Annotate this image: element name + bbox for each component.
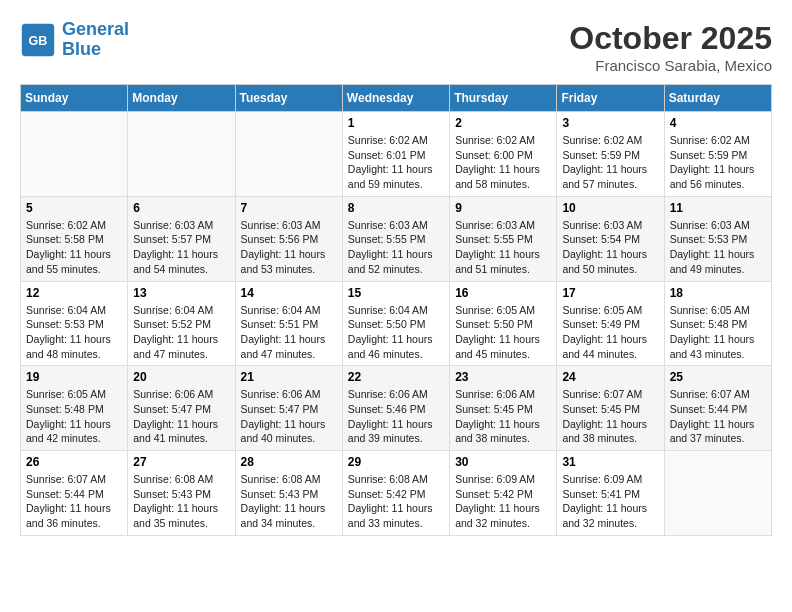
cell-sun-info: Sunrise: 6:03 AMSunset: 5:53 PMDaylight:… xyxy=(670,218,766,277)
day-number: 18 xyxy=(670,286,766,300)
calendar-cell: 14Sunrise: 6:04 AMSunset: 5:51 PMDayligh… xyxy=(235,281,342,366)
weekday-header-tuesday: Tuesday xyxy=(235,85,342,112)
location-subtitle: Francisco Sarabia, Mexico xyxy=(569,57,772,74)
calendar-cell: 24Sunrise: 6:07 AMSunset: 5:45 PMDayligh… xyxy=(557,366,664,451)
logo-line2: Blue xyxy=(62,39,101,59)
day-number: 11 xyxy=(670,201,766,215)
weekday-header-saturday: Saturday xyxy=(664,85,771,112)
calendar-week-3: 12Sunrise: 6:04 AMSunset: 5:53 PMDayligh… xyxy=(21,281,772,366)
cell-sun-info: Sunrise: 6:07 AMSunset: 5:45 PMDaylight:… xyxy=(562,387,658,446)
day-number: 12 xyxy=(26,286,122,300)
cell-sun-info: Sunrise: 6:04 AMSunset: 5:53 PMDaylight:… xyxy=(26,303,122,362)
day-number: 6 xyxy=(133,201,229,215)
calendar-cell: 11Sunrise: 6:03 AMSunset: 5:53 PMDayligh… xyxy=(664,196,771,281)
logo-line1: General xyxy=(62,19,129,39)
calendar-table: SundayMondayTuesdayWednesdayThursdayFrid… xyxy=(20,84,772,536)
logo: GB General Blue xyxy=(20,20,129,60)
cell-sun-info: Sunrise: 6:06 AMSunset: 5:46 PMDaylight:… xyxy=(348,387,444,446)
cell-sun-info: Sunrise: 6:04 AMSunset: 5:50 PMDaylight:… xyxy=(348,303,444,362)
day-number: 25 xyxy=(670,370,766,384)
cell-sun-info: Sunrise: 6:08 AMSunset: 5:43 PMDaylight:… xyxy=(133,472,229,531)
weekday-header-wednesday: Wednesday xyxy=(342,85,449,112)
calendar-body: 1Sunrise: 6:02 AMSunset: 6:01 PMDaylight… xyxy=(21,112,772,536)
calendar-week-2: 5Sunrise: 6:02 AMSunset: 5:58 PMDaylight… xyxy=(21,196,772,281)
calendar-cell xyxy=(128,112,235,197)
day-number: 7 xyxy=(241,201,337,215)
page-header: GB General Blue October 2025 Francisco S… xyxy=(20,20,772,74)
logo-text: General Blue xyxy=(62,20,129,60)
day-number: 14 xyxy=(241,286,337,300)
calendar-cell: 8Sunrise: 6:03 AMSunset: 5:55 PMDaylight… xyxy=(342,196,449,281)
day-number: 23 xyxy=(455,370,551,384)
calendar-cell: 31Sunrise: 6:09 AMSunset: 5:41 PMDayligh… xyxy=(557,451,664,536)
calendar-cell: 22Sunrise: 6:06 AMSunset: 5:46 PMDayligh… xyxy=(342,366,449,451)
calendar-week-5: 26Sunrise: 6:07 AMSunset: 5:44 PMDayligh… xyxy=(21,451,772,536)
calendar-week-4: 19Sunrise: 6:05 AMSunset: 5:48 PMDayligh… xyxy=(21,366,772,451)
calendar-cell xyxy=(21,112,128,197)
calendar-cell xyxy=(235,112,342,197)
calendar-cell: 7Sunrise: 6:03 AMSunset: 5:56 PMDaylight… xyxy=(235,196,342,281)
calendar-cell: 6Sunrise: 6:03 AMSunset: 5:57 PMDaylight… xyxy=(128,196,235,281)
cell-sun-info: Sunrise: 6:02 AMSunset: 5:58 PMDaylight:… xyxy=(26,218,122,277)
cell-sun-info: Sunrise: 6:09 AMSunset: 5:41 PMDaylight:… xyxy=(562,472,658,531)
cell-sun-info: Sunrise: 6:03 AMSunset: 5:54 PMDaylight:… xyxy=(562,218,658,277)
day-number: 21 xyxy=(241,370,337,384)
calendar-cell: 27Sunrise: 6:08 AMSunset: 5:43 PMDayligh… xyxy=(128,451,235,536)
calendar-cell: 20Sunrise: 6:06 AMSunset: 5:47 PMDayligh… xyxy=(128,366,235,451)
day-number: 29 xyxy=(348,455,444,469)
calendar-cell: 13Sunrise: 6:04 AMSunset: 5:52 PMDayligh… xyxy=(128,281,235,366)
weekday-header-monday: Monday xyxy=(128,85,235,112)
day-number: 1 xyxy=(348,116,444,130)
calendar-cell: 4Sunrise: 6:02 AMSunset: 5:59 PMDaylight… xyxy=(664,112,771,197)
title-block: October 2025 Francisco Sarabia, Mexico xyxy=(569,20,772,74)
calendar-cell: 3Sunrise: 6:02 AMSunset: 5:59 PMDaylight… xyxy=(557,112,664,197)
calendar-cell: 17Sunrise: 6:05 AMSunset: 5:49 PMDayligh… xyxy=(557,281,664,366)
day-number: 30 xyxy=(455,455,551,469)
day-number: 17 xyxy=(562,286,658,300)
calendar-cell: 19Sunrise: 6:05 AMSunset: 5:48 PMDayligh… xyxy=(21,366,128,451)
cell-sun-info: Sunrise: 6:08 AMSunset: 5:42 PMDaylight:… xyxy=(348,472,444,531)
cell-sun-info: Sunrise: 6:09 AMSunset: 5:42 PMDaylight:… xyxy=(455,472,551,531)
calendar-cell: 29Sunrise: 6:08 AMSunset: 5:42 PMDayligh… xyxy=(342,451,449,536)
cell-sun-info: Sunrise: 6:05 AMSunset: 5:48 PMDaylight:… xyxy=(670,303,766,362)
cell-sun-info: Sunrise: 6:06 AMSunset: 5:47 PMDaylight:… xyxy=(133,387,229,446)
day-number: 3 xyxy=(562,116,658,130)
cell-sun-info: Sunrise: 6:03 AMSunset: 5:57 PMDaylight:… xyxy=(133,218,229,277)
cell-sun-info: Sunrise: 6:05 AMSunset: 5:49 PMDaylight:… xyxy=(562,303,658,362)
cell-sun-info: Sunrise: 6:03 AMSunset: 5:55 PMDaylight:… xyxy=(348,218,444,277)
calendar-cell xyxy=(664,451,771,536)
calendar-cell: 1Sunrise: 6:02 AMSunset: 6:01 PMDaylight… xyxy=(342,112,449,197)
calendar-cell: 15Sunrise: 6:04 AMSunset: 5:50 PMDayligh… xyxy=(342,281,449,366)
calendar-cell: 12Sunrise: 6:04 AMSunset: 5:53 PMDayligh… xyxy=(21,281,128,366)
cell-sun-info: Sunrise: 6:04 AMSunset: 5:51 PMDaylight:… xyxy=(241,303,337,362)
day-number: 9 xyxy=(455,201,551,215)
cell-sun-info: Sunrise: 6:07 AMSunset: 5:44 PMDaylight:… xyxy=(670,387,766,446)
day-number: 19 xyxy=(26,370,122,384)
calendar-cell: 25Sunrise: 6:07 AMSunset: 5:44 PMDayligh… xyxy=(664,366,771,451)
cell-sun-info: Sunrise: 6:05 AMSunset: 5:50 PMDaylight:… xyxy=(455,303,551,362)
cell-sun-info: Sunrise: 6:06 AMSunset: 5:45 PMDaylight:… xyxy=(455,387,551,446)
day-number: 5 xyxy=(26,201,122,215)
cell-sun-info: Sunrise: 6:02 AMSunset: 6:01 PMDaylight:… xyxy=(348,133,444,192)
calendar-cell: 2Sunrise: 6:02 AMSunset: 6:00 PMDaylight… xyxy=(450,112,557,197)
calendar-cell: 28Sunrise: 6:08 AMSunset: 5:43 PMDayligh… xyxy=(235,451,342,536)
day-number: 15 xyxy=(348,286,444,300)
cell-sun-info: Sunrise: 6:08 AMSunset: 5:43 PMDaylight:… xyxy=(241,472,337,531)
day-number: 2 xyxy=(455,116,551,130)
day-number: 4 xyxy=(670,116,766,130)
day-number: 20 xyxy=(133,370,229,384)
cell-sun-info: Sunrise: 6:03 AMSunset: 5:55 PMDaylight:… xyxy=(455,218,551,277)
calendar-week-1: 1Sunrise: 6:02 AMSunset: 6:01 PMDaylight… xyxy=(21,112,772,197)
calendar-cell: 18Sunrise: 6:05 AMSunset: 5:48 PMDayligh… xyxy=(664,281,771,366)
calendar-cell: 30Sunrise: 6:09 AMSunset: 5:42 PMDayligh… xyxy=(450,451,557,536)
calendar-cell: 10Sunrise: 6:03 AMSunset: 5:54 PMDayligh… xyxy=(557,196,664,281)
day-number: 22 xyxy=(348,370,444,384)
day-number: 31 xyxy=(562,455,658,469)
calendar-cell: 26Sunrise: 6:07 AMSunset: 5:44 PMDayligh… xyxy=(21,451,128,536)
cell-sun-info: Sunrise: 6:02 AMSunset: 5:59 PMDaylight:… xyxy=(562,133,658,192)
svg-text:GB: GB xyxy=(29,34,48,48)
day-number: 24 xyxy=(562,370,658,384)
day-number: 26 xyxy=(26,455,122,469)
calendar-cell: 23Sunrise: 6:06 AMSunset: 5:45 PMDayligh… xyxy=(450,366,557,451)
day-number: 10 xyxy=(562,201,658,215)
